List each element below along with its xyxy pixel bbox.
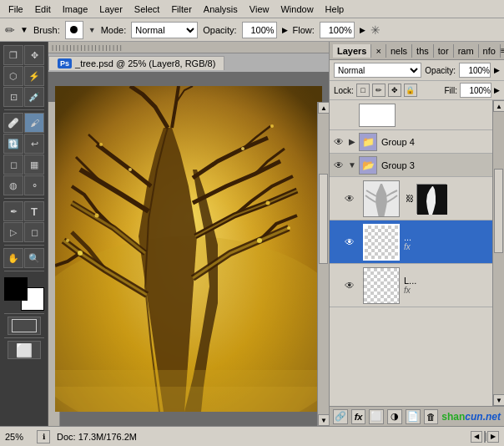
shape-tool-btn[interactable]: ◻ bbox=[24, 222, 44, 242]
tab-nels[interactable]: nels bbox=[386, 44, 412, 58]
status-info-btn[interactable]: ℹ bbox=[37, 430, 50, 443]
lock-all-btn[interactable]: 🔒 bbox=[404, 84, 417, 97]
fill-arrow[interactable]: ▶ bbox=[494, 86, 500, 94]
add-style-btn[interactable]: fx bbox=[351, 409, 366, 424]
layer-expand-icon[interactable]: ▶ bbox=[347, 137, 357, 147]
menu-window[interactable]: Window bbox=[275, 3, 318, 16]
opacity-input[interactable] bbox=[459, 63, 491, 78]
clone-stamp-btn[interactable]: 🔃 bbox=[3, 134, 23, 154]
blend-mode-select[interactable]: Normal bbox=[334, 63, 421, 78]
flow-input[interactable] bbox=[320, 22, 355, 38]
history-brush-btn[interactable]: ↩ bbox=[24, 134, 44, 154]
list-item[interactable]: 👁 ▼ 📂 Group 3 bbox=[330, 154, 492, 177]
layer-visibility-toggle[interactable]: 👁 bbox=[343, 236, 356, 249]
foreground-color-swatch[interactable] bbox=[4, 277, 28, 301]
layers-scroll-track[interactable] bbox=[493, 112, 504, 394]
canvas-image[interactable] bbox=[55, 86, 322, 412]
menu-layer[interactable]: Layer bbox=[94, 3, 128, 16]
tab-layers[interactable]: Layers bbox=[333, 44, 371, 58]
crop-tool-btn[interactable]: ⊡ bbox=[3, 87, 23, 107]
eyedropper-btn[interactable]: 💉 bbox=[24, 87, 44, 107]
canvas-vscrollbar[interactable]: ▲ ▼ bbox=[317, 102, 329, 426]
link-layers-btn[interactable]: 🔗 bbox=[333, 409, 348, 424]
dodge-btn[interactable]: ⚬ bbox=[24, 175, 44, 195]
canvas-scroll-up-btn[interactable]: ▲ bbox=[318, 102, 329, 114]
flow-arrow-icon[interactable]: ▶ bbox=[360, 26, 365, 34]
add-mask-btn[interactable]: ⬜ bbox=[369, 409, 384, 424]
menu-filter[interactable]: Filter bbox=[166, 3, 196, 16]
path-select-btn[interactable]: ▷ bbox=[3, 222, 23, 242]
brand-logo: shan cun.net bbox=[441, 411, 501, 423]
menu-edit[interactable]: Edit bbox=[30, 3, 56, 16]
canvas-scroll-area[interactable]: ▲ ▼ bbox=[48, 72, 329, 426]
menu-analysis[interactable]: Analysis bbox=[199, 3, 243, 16]
delete-layer-btn[interactable]: 🗑 bbox=[424, 409, 439, 424]
layer-visibility-toggle[interactable]: 👁 bbox=[332, 135, 345, 149]
layer-visibility-toggle[interactable]: 👁 bbox=[343, 192, 356, 205]
opacity-arrow[interactable]: ▶ bbox=[494, 66, 500, 74]
menu-view[interactable]: View bbox=[244, 3, 275, 16]
airbrush-icon[interactable]: ✳ bbox=[370, 23, 381, 37]
new-fill-layer-btn[interactable]: ◑ bbox=[387, 409, 402, 424]
brush-btn active[interactable]: 🖌 bbox=[24, 113, 44, 133]
screen-mode-btn[interactable]: ⬜ bbox=[8, 341, 41, 359]
canvas-scroll-thumb[interactable] bbox=[319, 174, 328, 264]
menu-image[interactable]: Image bbox=[58, 3, 93, 16]
canvas-scroll-down-btn[interactable]: ▼ bbox=[318, 414, 329, 426]
list-item[interactable]: 👁 ▶ 📁 Group 4 bbox=[330, 130, 492, 154]
layers-scrollbar[interactable]: ▲ ▼ bbox=[492, 100, 504, 406]
menu-file[interactable]: File bbox=[3, 3, 28, 16]
layer-visibility-toggle[interactable]: 👁 bbox=[343, 279, 356, 292]
canvas-tab[interactable]: Ps _tree.psd @ 25% (Layer8, RGB/8) bbox=[48, 56, 224, 70]
layer-expand-icon[interactable]: ▼ bbox=[347, 160, 357, 170]
selection-tool-btn[interactable]: ❐ bbox=[3, 45, 23, 65]
layer-visibility-toggle[interactable]: 👁 bbox=[332, 159, 345, 172]
lock-image-btn[interactable]: ✏ bbox=[372, 84, 386, 97]
opacity-arrow-icon[interactable]: ▶ bbox=[282, 26, 288, 34]
quick-mask-btn[interactable] bbox=[8, 317, 41, 335]
gradient-btn[interactable]: ▦ bbox=[24, 155, 44, 175]
hand-tool-btn[interactable]: ✋ bbox=[3, 248, 23, 268]
status-bar: 25% ℹ Doc: 17.3M/176.2M ◀ ▶ bbox=[0, 426, 504, 446]
text-tool-btn[interactable]: T bbox=[24, 201, 44, 221]
list-item[interactable]: 👁 bbox=[330, 177, 492, 220]
tab-ths[interactable]: ths bbox=[412, 44, 434, 58]
opacity-input[interactable] bbox=[242, 22, 277, 38]
new-layer-btn[interactable]: 📄 bbox=[406, 409, 421, 424]
blur-btn[interactable]: ◍ bbox=[3, 175, 23, 195]
zoom-tool-btn[interactable]: 🔍 bbox=[24, 248, 44, 268]
fill-input[interactable] bbox=[460, 83, 491, 98]
tab-ram[interactable]: ram bbox=[454, 44, 479, 58]
scroll-thumb[interactable] bbox=[485, 433, 486, 441]
menu-select[interactable]: Select bbox=[129, 3, 165, 16]
tab-channels[interactable]: × bbox=[371, 44, 386, 58]
move-tool-btn[interactable]: ✥ bbox=[24, 45, 44, 65]
lasso-tool-btn[interactable]: ⬡ bbox=[3, 66, 23, 86]
panel-close-btn[interactable]: ≡ bbox=[501, 44, 504, 58]
tab-nfo[interactable]: nfo bbox=[479, 44, 501, 58]
list-item[interactable] bbox=[330, 100, 492, 130]
menu-help[interactable]: Help bbox=[320, 3, 350, 16]
scroll-right-btn[interactable]: ▶ bbox=[487, 431, 499, 443]
layers-scroll-thumb[interactable] bbox=[494, 169, 503, 253]
layer-expand-icon[interactable] bbox=[347, 110, 357, 120]
eraser-btn[interactable]: ◻ bbox=[3, 155, 23, 175]
magic-wand-btn[interactable]: ⚡ bbox=[24, 66, 44, 86]
list-item[interactable]: 👁 ... fx bbox=[330, 220, 492, 264]
layer-visibility-toggle[interactable] bbox=[332, 109, 345, 122]
horizontal-scrollbar[interactable] bbox=[484, 431, 486, 443]
lock-position-btn[interactable]: ✥ bbox=[388, 84, 401, 97]
tab-tor[interactable]: tor bbox=[434, 44, 454, 58]
list-item[interactable]: 👁 L... fx bbox=[330, 264, 492, 307]
canvas-scroll-track[interactable] bbox=[318, 114, 329, 414]
brush-arrow-icon[interactable]: ▼ bbox=[20, 25, 28, 34]
layers-scroll-up-btn[interactable]: ▲ bbox=[493, 100, 504, 112]
brush-preview[interactable] bbox=[65, 21, 83, 39]
scroll-left-btn[interactable]: ◀ bbox=[471, 431, 482, 443]
spot-heal-btn[interactable]: 🩹 bbox=[3, 113, 23, 133]
lock-transparent-btn[interactable]: □ bbox=[356, 84, 370, 97]
brush-size-icon[interactable]: ▼ bbox=[88, 26, 96, 34]
layers-scroll-down-btn[interactable]: ▼ bbox=[493, 394, 504, 406]
mode-select[interactable]: Normal Dissolve Darken bbox=[131, 22, 198, 38]
pen-tool-btn[interactable]: ✒ bbox=[3, 201, 23, 221]
